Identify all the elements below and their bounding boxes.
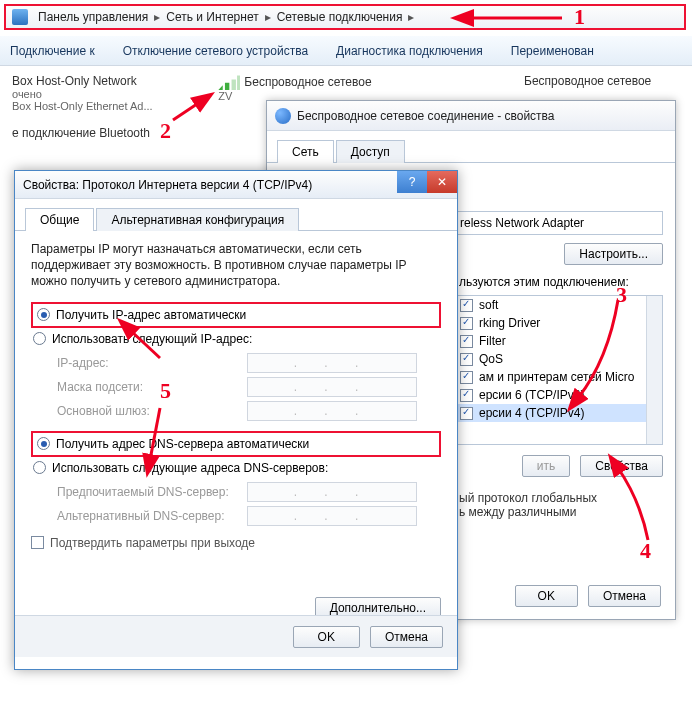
dns1-input: . . . — [247, 482, 417, 502]
label-ip: IP-адрес: — [57, 356, 237, 370]
annotation-5: 5 — [160, 378, 171, 404]
configure-button[interactable]: Настроить... — [564, 243, 663, 265]
toolbar-item[interactable]: Переименован — [511, 44, 594, 58]
chevron-right-icon: ▸ — [265, 10, 271, 24]
highlight-auto-dns: Получить адрес DNS-сервера автоматически — [31, 431, 441, 457]
annotation-4: 4 — [640, 538, 651, 564]
breadcrumb-item[interactable]: Сеть и Интернет — [162, 10, 262, 24]
close-button[interactable]: ✕ — [427, 171, 457, 193]
network-item[interactable]: е подключение Bluetooth — [12, 126, 242, 140]
install-button[interactable]: ить — [522, 455, 570, 477]
gateway-input: . . . — [247, 401, 417, 421]
radio-manual-ip[interactable]: Использовать следующий IP-адрес: — [31, 329, 441, 349]
radio-auto-dns[interactable]: Получить адрес DNS-сервера автоматически — [35, 434, 437, 454]
mask-input: . . . — [247, 377, 417, 397]
label-dns1: Предпочитаемый DNS-сервер: — [57, 485, 237, 499]
signal-icon — [218, 74, 240, 90]
connection-icon — [275, 108, 291, 124]
tab-access[interactable]: Доступ — [336, 140, 405, 163]
ok-button[interactable]: OK — [515, 585, 578, 607]
annotation-2: 2 — [160, 118, 171, 144]
label-gateway: Основной шлюз: — [57, 404, 237, 418]
radio-icon — [37, 308, 50, 321]
tabs: Сеть Доступ — [267, 131, 675, 163]
toolbar-item[interactable]: Отключение сетевого устройства — [123, 44, 308, 58]
highlight-auto-ip: Получить IP-адрес автоматически — [31, 302, 441, 328]
toolbar: Подключение к Отключение сетевого устрой… — [0, 36, 692, 66]
checkbox-icon — [31, 536, 44, 549]
chevron-right-icon: ▸ — [154, 10, 160, 24]
label-dns2: Альтернативный DNS-сервер: — [57, 509, 237, 523]
window-title: Свойства: Протокол Интернета версии 4 (T… — [23, 178, 312, 192]
network-item[interactable]: Box Host-Only Network очено Box Host-Onl… — [12, 74, 207, 112]
radio-icon — [37, 437, 50, 450]
ip-input: . . . — [247, 353, 417, 373]
ipv4-properties-window: Свойства: Протокол Интернета версии 4 (T… — [14, 170, 458, 670]
radio-icon — [33, 332, 46, 345]
control-panel-icon — [12, 9, 28, 25]
tab-general[interactable]: Общие — [25, 208, 94, 231]
network-item[interactable]: Беспроводное сетевое ZV — [218, 74, 448, 102]
cancel-button[interactable]: Отмена — [370, 626, 443, 648]
network-item[interactable]: Беспроводное сетевое — [524, 74, 692, 88]
intro-text: Параметры IP могут назначаться автоматич… — [31, 241, 441, 290]
chevron-right-icon: ▸ — [408, 10, 414, 24]
cancel-button[interactable]: Отмена — [588, 585, 661, 607]
window-titlebar[interactable]: Свойства: Протокол Интернета версии 4 (T… — [15, 171, 457, 199]
toolbar-item[interactable]: Подключение к — [10, 44, 95, 58]
radio-manual-dns[interactable]: Использовать следующие адреса DNS-сервер… — [31, 458, 441, 478]
breadcrumb-item[interactable]: Панель управления — [34, 10, 152, 24]
scrollbar[interactable] — [646, 296, 662, 444]
properties-button[interactable]: Свойства — [580, 455, 663, 477]
window-titlebar[interactable]: Беспроводное сетевое соединение - свойст… — [267, 101, 675, 131]
help-button[interactable]: ? — [397, 171, 427, 193]
tabs: Общие Альтернативная конфигурация — [15, 199, 457, 231]
tab-alternate[interactable]: Альтернативная конфигурация — [96, 208, 299, 231]
radio-auto-ip[interactable]: Получить IP-адрес автоматически — [35, 305, 437, 325]
breadcrumb-item[interactable]: Сетевые подключения — [273, 10, 407, 24]
annotation-1: 1 — [574, 4, 585, 30]
window-title: Беспроводное сетевое соединение - свойст… — [297, 109, 555, 123]
ok-button[interactable]: OK — [293, 626, 360, 648]
tab-network[interactable]: Сеть — [277, 140, 334, 163]
radio-icon — [33, 461, 46, 474]
label-mask: Маска подсети: — [57, 380, 237, 394]
annotation-3: 3 — [616, 282, 627, 308]
validate-checkbox[interactable]: Подтвердить параметры при выходе — [31, 536, 441, 550]
dns2-input: . . . — [247, 506, 417, 526]
toolbar-item[interactable]: Диагностика подключения — [336, 44, 483, 58]
